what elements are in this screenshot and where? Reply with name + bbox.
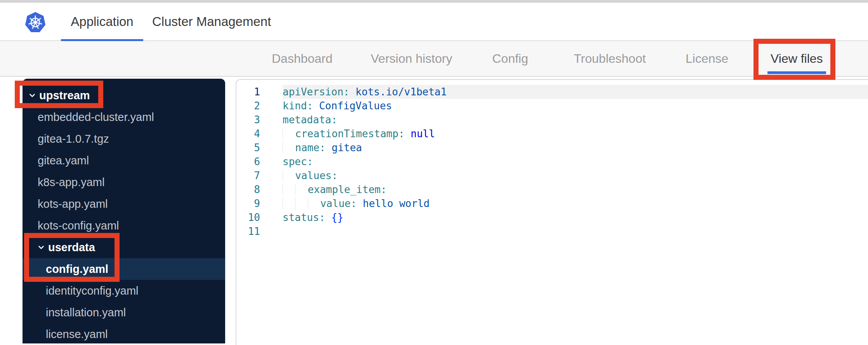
code-token-key: name (295, 142, 319, 154)
nav-tab-config[interactable]: Config (492, 41, 528, 76)
tree-item-label: gitea-1.0.7.tgz (38, 133, 109, 145)
code-token-kw: null (411, 128, 435, 140)
code-line: 10status: {} (236, 210, 868, 224)
tree-item-k8s-app-yaml[interactable]: k8s-app.yaml (23, 171, 225, 193)
code-token-punct: {} (331, 212, 343, 223)
code-token-str: hello world (363, 198, 430, 209)
chevron-down-icon[interactable] (28, 91, 36, 100)
code-token-guide (283, 184, 295, 195)
tab-application-label: Application (71, 14, 133, 29)
code-token-str: kots.io/v1beta1 (356, 86, 447, 98)
code-line-content: value: hello world (283, 197, 868, 210)
code-token-key: spec (283, 156, 307, 167)
nav-tab-label: Version history (371, 52, 452, 66)
code-token-guide (308, 198, 320, 209)
code-token-key: apiVersion (283, 86, 344, 98)
code-line: 8 example_item: (236, 183, 868, 197)
tree-item-gitea-1-0-7-tgz[interactable]: gitea-1.0.7.tgz (23, 128, 225, 150)
nav-tab-view-files[interactable]: View files (771, 41, 823, 76)
line-number: 6 (236, 155, 260, 169)
nav-tab-troubleshoot[interactable]: Troubleshoot (574, 41, 646, 76)
code-token-guide (283, 128, 295, 140)
code-line-content: name: gitea (283, 141, 868, 155)
tree-item-upstream[interactable]: upstream (23, 85, 225, 106)
tab-application[interactable]: Application (61, 3, 143, 40)
tree-item-config-yaml[interactable]: config.yaml (23, 258, 225, 280)
code-line: 1apiVersion: kots.io/v1beta1 (236, 85, 868, 99)
line-number: 4 (236, 127, 260, 141)
code-line-content: status: {} (283, 210, 868, 224)
line-number: 11 (236, 224, 260, 238)
tree-item-label: kots-app.yaml (38, 198, 108, 210)
tree-item-gitea-yaml[interactable]: gitea.yaml (23, 150, 225, 171)
tree-item-identityconfig-yaml[interactable]: identityconfig.yaml (23, 280, 225, 302)
tree-item-label: config.yaml (46, 263, 108, 276)
line-number: 1 (236, 85, 260, 99)
code-token-key: status (283, 212, 319, 223)
tree-item-label: license.yaml (46, 328, 108, 341)
nav-tab-label: License (686, 52, 728, 66)
code-token-str: gitea (332, 142, 362, 154)
code-editor[interactable]: 1apiVersion: kots.io/v1beta12kind: Confi… (236, 79, 868, 345)
code-token-key: value (320, 198, 351, 209)
line-number: 3 (236, 113, 260, 127)
code-token-colon: : (380, 184, 387, 195)
tree-item-userdata[interactable]: userdata (23, 236, 225, 258)
line-number: 10 (236, 210, 260, 224)
line-number: 7 (236, 169, 260, 183)
code-token-key: example_item (308, 184, 381, 195)
tree-item-kots-app-yaml[interactable]: kots-app.yaml (23, 193, 225, 215)
code-token-guide (295, 198, 307, 209)
nav-tab-label: Config (492, 52, 528, 66)
tree-item-label: gitea.yaml (38, 154, 89, 167)
file-tree: upstreamembedded-cluster.yamlgitea-1.0.7… (23, 79, 225, 343)
tab-cluster-management[interactable]: Cluster Management (152, 3, 271, 40)
tree-item-installation-yaml[interactable]: installation.yaml (23, 302, 225, 323)
code-token-guide (283, 198, 295, 209)
code-token-colon: : (307, 156, 313, 167)
tree-item-label: installation.yaml (46, 306, 126, 319)
nav-tab-license[interactable]: License (686, 41, 728, 76)
code-token-guide (283, 142, 295, 154)
code-line: 3metadata: (236, 113, 868, 127)
tree-item-kots-config-yaml[interactable]: kots-config.yaml (23, 215, 225, 236)
line-number: 5 (236, 141, 260, 155)
code-token-key: metadata (283, 114, 331, 126)
tree-item-label: k8s-app.yaml (38, 176, 104, 189)
nav-tab-version-history[interactable]: Version history (371, 41, 452, 76)
code-line: 9 value: hello world (236, 197, 868, 210)
nav-tab-dashboard[interactable]: Dashboard (272, 41, 333, 76)
code-token-guide (283, 170, 295, 181)
code-line-content: values: (283, 169, 868, 183)
code-line: 11 (236, 224, 868, 238)
code-line-content: metadata: (283, 113, 868, 127)
code-token-colon: : (351, 198, 363, 209)
code-line-content: example_item: (283, 183, 868, 197)
tab-cluster-management-label: Cluster Management (152, 14, 271, 29)
tree-item-label: kots-config.yaml (38, 219, 119, 232)
tree-item-license-yaml[interactable]: license.yaml (23, 323, 225, 345)
code-token-colon: : (344, 86, 356, 98)
code-line-content: spec: (283, 155, 868, 169)
app-nav-bar: DashboardVersion historyConfigTroublesho… (0, 41, 868, 77)
nav-tab-label: Dashboard (272, 52, 333, 66)
line-number: 2 (236, 99, 260, 113)
line-number: 9 (236, 197, 260, 210)
code-line: 2kind: ConfigValues (236, 99, 868, 113)
code-token-key: values (295, 170, 332, 181)
code-token-colon: : (398, 128, 410, 140)
code-line: 6spec: (236, 155, 868, 169)
code-token-key: kind (283, 100, 307, 112)
code-line-content (283, 224, 868, 238)
chevron-down-icon[interactable] (37, 243, 45, 252)
code-line: 4 creationTimestamp: null (236, 127, 868, 141)
nav-tab-label: Troubleshoot (574, 52, 646, 66)
code-line-content: apiVersion: kots.io/v1beta1 (283, 85, 868, 99)
tree-item-embedded-cluster-yaml[interactable]: embedded-cluster.yaml (23, 106, 225, 128)
code-line: 5 name: gitea (236, 141, 868, 155)
code-token-colon: : (331, 114, 337, 126)
code-line-content: kind: ConfigValues (283, 99, 868, 113)
tree-item-label: upstream (39, 89, 90, 102)
code-line-content: creationTimestamp: null (283, 127, 868, 141)
app-header: Application Cluster Management (0, 3, 868, 41)
